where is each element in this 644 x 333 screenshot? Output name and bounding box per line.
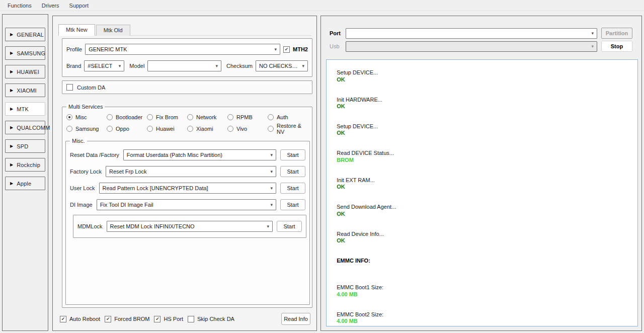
service-dropdown[interactable]: Reset Frp Lock ▾ bbox=[106, 166, 276, 177]
profile-value: GENERIC MTK bbox=[89, 46, 127, 52]
radio-icon bbox=[66, 126, 72, 132]
service-row: Reset Data /Factory Format Userdata (Pat… bbox=[70, 149, 305, 160]
service-dropdown-value: Reset MDM Lock INFINIX/TECNO bbox=[110, 223, 195, 229]
log-text: Init HARDWARE... bbox=[337, 97, 384, 103]
profile-dropdown[interactable]: GENERIC MTK ▾ bbox=[85, 44, 280, 55]
usb-row: Usb ▾ Stop bbox=[330, 41, 632, 52]
misc-group-box: Misc. Reset Data /Factory Format Userdat… bbox=[65, 141, 310, 305]
sidebar-item-huawei[interactable]: ▶ HUAWEI bbox=[5, 65, 45, 78]
service-dropdown[interactable]: Reset MDM Lock INFINIX/TECNO ▾ bbox=[107, 221, 273, 232]
checkbox-option[interactable]: Skip Check DA bbox=[188, 316, 234, 322]
triangle-icon: ▶ bbox=[10, 51, 13, 55]
checkbox-label: Skip Check DA bbox=[197, 316, 234, 322]
service-dropdown[interactable]: Format Userdata (Patch Misc Partition) ▾ bbox=[123, 149, 276, 160]
checkbox-option[interactable]: Forced BROM bbox=[105, 316, 149, 322]
tab-mtk-new[interactable]: Mtk New bbox=[58, 24, 95, 36]
read-info-button[interactable]: Read Info bbox=[281, 313, 310, 325]
log-panel: Port ▾ Partition Usb ▾ Stop Setup DEVICE… bbox=[320, 16, 642, 331]
chevron-down-icon: ▾ bbox=[299, 63, 304, 68]
profile-group-box: Profile GENERIC MTK ▾ MTH2 Brand #SELECT… bbox=[62, 38, 312, 77]
radio-option[interactable]: Bootloader bbox=[107, 114, 147, 120]
radio-option[interactable]: Fix Brom bbox=[147, 114, 187, 120]
chevron-down-icon: ▾ bbox=[264, 224, 269, 229]
checkbox-option[interactable]: Auto Reboot bbox=[60, 316, 100, 322]
radio-option[interactable]: Huawei bbox=[147, 123, 187, 135]
tab-strip: Mtk New Mtk Old bbox=[58, 24, 311, 36]
port-dropdown[interactable]: ▾ bbox=[346, 28, 597, 39]
log-output[interactable]: Setup DEVICE... OK Init HARDWARE... OK S… bbox=[326, 59, 638, 326]
start-button[interactable]: Start bbox=[280, 183, 305, 194]
log-text: EMMC Boot2 Size: bbox=[337, 311, 385, 317]
menu-item[interactable]: Support bbox=[65, 1, 94, 10]
menu-bar: Functions Drivers Support bbox=[0, 0, 644, 11]
service-dropdown[interactable]: Fix Tool DI Image Fail ▾ bbox=[97, 199, 276, 210]
service-row: DI Image Fix Tool DI Image Fail ▾ Start bbox=[70, 199, 305, 210]
log-text: EMMC INFO: bbox=[337, 258, 370, 264]
usb-dropdown: ▾ bbox=[346, 41, 597, 52]
sidebar-item-label: MTK bbox=[17, 106, 29, 112]
chevron-down-icon: ▾ bbox=[213, 63, 218, 68]
checksum-label: Checksum bbox=[226, 63, 253, 69]
service-dropdown[interactable]: Read Pattern Lock [UNENCRYPTED Data] ▾ bbox=[99, 183, 276, 194]
sidebar-item-xiaomi[interactable]: ▶ XIAOMI bbox=[5, 84, 45, 97]
radio-label: Restore & NV bbox=[277, 123, 310, 135]
menu-item[interactable]: Drivers bbox=[37, 1, 64, 10]
custom-da-box: Custom DA bbox=[62, 80, 312, 94]
radio-option[interactable]: Samsung bbox=[66, 123, 107, 135]
brand-value: #SELECT bbox=[88, 63, 112, 69]
checkbox-option[interactable]: HS Port bbox=[154, 316, 183, 322]
partition-button: Partition bbox=[601, 28, 632, 39]
start-button[interactable]: Start bbox=[280, 166, 305, 177]
log-value: OK bbox=[337, 237, 345, 243]
brand-label: Brand bbox=[66, 63, 81, 69]
radio-icon bbox=[107, 126, 113, 132]
radio-label: Huawei bbox=[156, 126, 175, 132]
radio-icon bbox=[227, 126, 233, 132]
log-line: Init EXT RAM... OK bbox=[331, 171, 637, 197]
start-button[interactable]: Start bbox=[280, 149, 305, 160]
checksum-dropdown[interactable]: NO CHECKSUM ▾ bbox=[256, 60, 308, 71]
radio-option[interactable]: Xiaomi bbox=[187, 123, 227, 135]
log-line: EMMC Boot2 Size: 4.00 MB bbox=[331, 304, 637, 326]
sidebar: ▶ GENERAL ▶ SAMSUNG ▶ HUAWEI ▶ XIAOMI ▶ … bbox=[2, 14, 48, 331]
radio-option[interactable]: Misc bbox=[66, 114, 107, 120]
misc-rows: Reset Data /Factory Format Userdata (Pat… bbox=[70, 149, 305, 210]
start-button[interactable]: Start bbox=[277, 221, 302, 232]
mth2-checkbox[interactable] bbox=[283, 46, 290, 53]
log-text: EMMC Boot1 Size: bbox=[337, 284, 385, 290]
model-dropdown[interactable]: ▾ bbox=[147, 60, 221, 71]
radio-option[interactable]: RPMB bbox=[227, 114, 268, 120]
radio-option[interactable]: Network bbox=[187, 114, 227, 120]
sidebar-item-label: Apple bbox=[17, 181, 31, 187]
tab-mtk-old[interactable]: Mtk Old bbox=[96, 25, 130, 36]
radio-label: Samsung bbox=[75, 126, 99, 132]
sidebar-item-qualcomm[interactable]: ▶ QUALCOMM bbox=[5, 121, 45, 134]
triangle-icon: ▶ bbox=[10, 163, 13, 167]
sidebar-item-rockchip[interactable]: ▶ Rockchip bbox=[5, 158, 45, 172]
custom-da-checkbox[interactable] bbox=[66, 84, 73, 91]
chevron-down-icon: ▾ bbox=[267, 202, 273, 207]
app-window: Functions Drivers Support ▶ GENERAL ▶ SA… bbox=[0, 0, 644, 333]
radio-option[interactable]: Restore & NV bbox=[268, 123, 310, 135]
checkbox-label: Auto Reboot bbox=[69, 316, 100, 322]
radio-option[interactable]: Oppo bbox=[107, 123, 147, 135]
bottom-checkboxes: Auto Reboot Forced BROM HS Port Skip Che… bbox=[60, 316, 234, 322]
sidebar-item-samsung[interactable]: ▶ SAMSUNG bbox=[5, 46, 45, 60]
menu-item[interactable]: Functions bbox=[3, 1, 36, 10]
brand-dropdown[interactable]: #SELECT ▾ bbox=[84, 60, 124, 71]
service-dropdown-value: Format Userdata (Patch Misc Partition) bbox=[127, 152, 222, 158]
radio-option[interactable]: Vivo bbox=[227, 123, 268, 135]
radio-label: Bootloader bbox=[116, 114, 142, 120]
sidebar-item-apple[interactable]: ▶ Apple bbox=[5, 177, 45, 190]
start-button[interactable]: Start bbox=[280, 199, 305, 210]
sidebar-item-spd[interactable]: ▶ SPD bbox=[5, 139, 45, 153]
triangle-icon: ▶ bbox=[10, 126, 13, 130]
log-value: BROM bbox=[337, 157, 354, 163]
radio-option[interactable]: Auth bbox=[268, 114, 310, 120]
log-value: OK bbox=[337, 184, 345, 190]
stop-button[interactable]: Stop bbox=[601, 41, 632, 52]
sidebar-item-general[interactable]: ▶ GENERAL bbox=[5, 28, 45, 41]
sidebar-item-label: XIAOMI bbox=[17, 88, 37, 94]
radio-label: RPMB bbox=[236, 114, 253, 120]
sidebar-item-mtk[interactable]: ▶ MTK bbox=[5, 102, 45, 116]
